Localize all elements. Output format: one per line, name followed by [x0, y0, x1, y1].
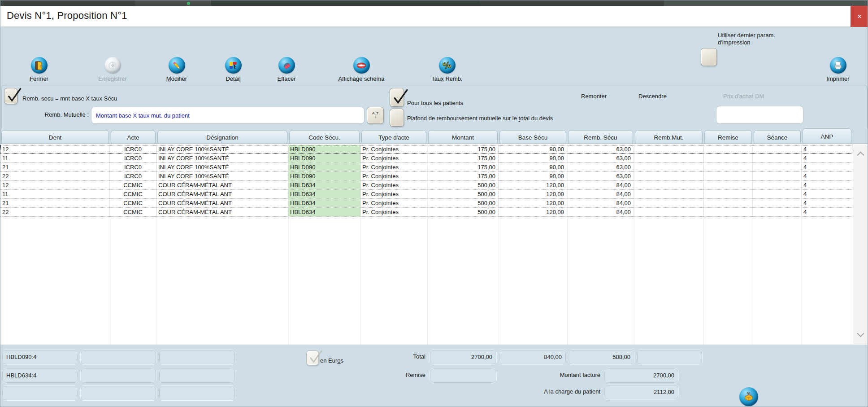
affichage-schema-button[interactable]: Affichage schéma — [326, 57, 397, 82]
cell-base-secu: 90,00 — [499, 145, 567, 153]
cell-remise — [703, 208, 753, 216]
imprimer-button[interactable]: Imprimer — [802, 57, 868, 82]
percent-icon: % — [439, 57, 456, 74]
table-row[interactable]: 22 CCMIC COUR CÉRAM-MÉTAL ANT HBLD634 Pr… — [0, 208, 852, 217]
remb-secu-checkbox[interactable] — [4, 88, 17, 104]
code-count-box: HBLD634:4 — [2, 368, 78, 383]
close-icon: × — [857, 13, 861, 21]
cell-remb-secu: 84,00 — [567, 199, 634, 207]
remonter-button[interactable]: Remonter — [581, 93, 607, 100]
plafond-label: Plafond de remboursement mutuelle sur le… — [407, 115, 553, 122]
code-count-box — [159, 350, 235, 365]
print-param-checkbox[interactable] — [701, 48, 717, 66]
column-header-code-secu[interactable]: Code Sécu. — [289, 130, 360, 145]
cell-type-acte: Pr. Conjointes — [360, 181, 427, 189]
table-row[interactable]: 11 CCMIC COUR CÉRAM-MÉTAL ANT HBLD634 Pr… — [0, 190, 852, 199]
table-row[interactable]: 21 ICRC0 INLAY CORE 100%SANTÉ HBLD090 Pr… — [0, 163, 852, 172]
column-header-anp[interactable]: ANP — [803, 128, 851, 145]
cell-seance — [753, 172, 802, 180]
column-header-designation[interactable]: Désignation — [157, 130, 287, 145]
pencil-icon — [169, 57, 185, 74]
column-header-remb-mut[interactable]: Remb.Mut. — [635, 130, 703, 145]
cell-remise — [703, 190, 753, 198]
background-segment — [664, 0, 868, 6]
cell-remb-secu: 63,00 — [567, 154, 634, 162]
cell-dent: 12 — [0, 145, 110, 153]
pour-tous-checkbox[interactable] — [390, 88, 404, 107]
mouth-icon — [353, 57, 370, 74]
close-button[interactable]: × — [851, 6, 868, 27]
svg-text:%: % — [746, 392, 751, 396]
check-icon — [391, 86, 409, 108]
cell-montant: 500,00 — [427, 181, 499, 189]
cell-montant: 500,00 — [427, 208, 499, 216]
cell-code-secu: HBLD634 — [288, 181, 360, 189]
table-row[interactable]: 21 CCMIC COUR CÉRAM-MÉTAL ANT HBLD634 Pr… — [0, 199, 852, 208]
table-row[interactable]: 22 ICRC0 INLAY CORE 100%SANTÉ HBLD090 Pr… — [0, 172, 852, 181]
cell-type-acte: Pr. Conjointes — [360, 190, 427, 198]
alt-key-button[interactable]: ALT ↓ — [367, 107, 384, 124]
column-header-dent[interactable]: Dent — [1, 130, 109, 145]
check-icon — [5, 86, 22, 105]
enregistrer-label: Enregistrer — [77, 75, 148, 82]
calcul-complet-button[interactable]: % — [739, 387, 758, 406]
cell-acte: ICRC0 — [110, 145, 156, 153]
cell-dent: 12 — [0, 181, 110, 189]
cell-remb-secu: 84,00 — [567, 181, 634, 189]
cell-type-acte: Pr. Conjointes — [360, 145, 427, 153]
cell-seance — [753, 199, 802, 207]
arrow-down-icon: ↓ — [374, 115, 376, 119]
table-header: Dent Acte Désignation Code Sécu. Type d'… — [0, 128, 852, 145]
column-header-montant[interactable]: Montant — [428, 130, 498, 145]
charge-patient-box: 2112,00 — [604, 385, 679, 400]
cell-remise — [703, 163, 753, 171]
code-count-box: HBLD090:4 — [2, 350, 78, 365]
remise-box[interactable] — [430, 368, 497, 383]
scroll-up-button[interactable] — [857, 152, 864, 159]
effacer-button[interactable]: Effacer — [251, 57, 322, 82]
cell-remb-mut — [634, 181, 703, 189]
cell-dent: 21 — [0, 199, 110, 207]
enregistrer-button: Enregistrer — [77, 57, 148, 82]
en-euros-checkbox[interactable] — [306, 350, 319, 365]
cell-dent: 22 — [0, 208, 110, 216]
cell-remb-secu: 84,00 — [567, 190, 634, 198]
cell-montant: 175,00 — [427, 163, 499, 171]
vertical-scrollbar[interactable] — [853, 144, 868, 344]
remb-mutuelle-input[interactable] — [91, 107, 365, 124]
cell-remb-secu: 63,00 — [567, 172, 634, 180]
cell-designation: COUR CÉRAM-MÉTAL ANT — [156, 199, 288, 207]
background-status-dot — [187, 2, 190, 5]
cell-seance — [753, 181, 802, 189]
column-header-remise[interactable]: Remise — [704, 130, 752, 145]
cell-seance — [753, 145, 802, 153]
calculator-icon: % — [739, 387, 758, 406]
column-header-base-secu[interactable]: Base Sécu — [499, 130, 566, 145]
column-header-acte[interactable]: Acte — [111, 130, 156, 145]
toolbar: Fermer Enregistrer Modifier Détail — [0, 27, 868, 85]
prix-achat-dm-input[interactable] — [716, 106, 803, 124]
table-row[interactable]: 12 CCMIC COUR CÉRAM-MÉTAL ANT HBLD634 Pr… — [0, 181, 852, 190]
cell-designation: COUR CÉRAM-MÉTAL ANT — [156, 208, 288, 216]
cell-code-secu: HBLD634 — [288, 190, 360, 198]
table-row[interactable]: 11 ICRC0 INLAY CORE 100%SANTÉ HBLD090 Pr… — [0, 154, 852, 163]
plafond-checkbox[interactable] — [390, 109, 404, 127]
taux-remb-button[interactable]: % Taux Remb. — [411, 57, 483, 82]
cell-acte: ICRC0 — [110, 154, 156, 162]
column-header-remb-secu[interactable]: Remb. Sécu — [568, 130, 633, 145]
cell-seance — [753, 163, 802, 171]
column-header-type-acte[interactable]: Type d'acte — [361, 130, 426, 145]
table-row[interactable]: 12 ICRC0 INLAY CORE 100%SANTÉ HBLD090 Pr… — [0, 145, 852, 154]
charge-patient-label: A la charge du patient — [524, 388, 600, 395]
devis-dialog: Devis N°1, Proposition N°1 × Fermer Enre… — [0, 0, 868, 407]
cell-code-secu: HBLD090 — [288, 145, 360, 153]
cell-designation: INLAY CORE 100%SANTÉ — [156, 163, 288, 171]
cell-code-secu: HBLD090 — [288, 163, 360, 171]
cell-montant: 500,00 — [427, 190, 499, 198]
fermer-button[interactable]: Fermer — [3, 57, 75, 82]
scroll-down-button[interactable] — [857, 330, 864, 337]
code-count-box — [80, 385, 156, 401]
descendre-button[interactable]: Descendre — [638, 93, 667, 100]
en-euros-label: en Euros — [320, 357, 343, 364]
column-header-seance[interactable]: Séance — [754, 130, 801, 145]
